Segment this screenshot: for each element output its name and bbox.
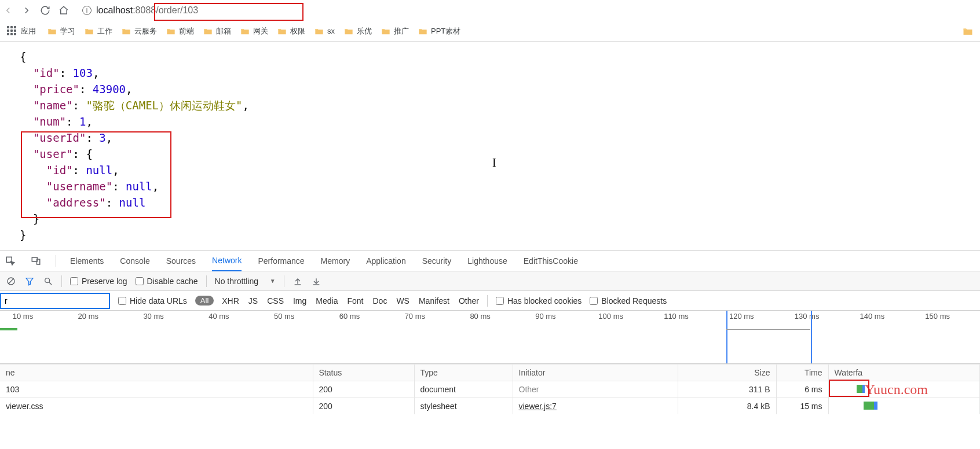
filter-type-media[interactable]: Media <box>316 296 338 306</box>
preserve-log-toggle[interactable]: Preserve log <box>70 277 127 286</box>
tab-console[interactable]: Console <box>120 251 149 271</box>
filter-all[interactable]: All <box>195 296 214 306</box>
cell-time: 6 ms <box>776 381 828 398</box>
filter-type-doc[interactable]: Doc <box>372 296 387 306</box>
bookmark-item-9[interactable]: 推广 <box>376 24 414 39</box>
network-toolbar: Preserve log Disable cache No throttling… <box>0 271 980 291</box>
forward-button[interactable] <box>21 5 32 16</box>
devtools-tabs: ElementsConsoleSourcesNetworkPerformance… <box>0 251 980 271</box>
tab-network[interactable]: Network <box>212 251 242 271</box>
timeline-tick: 140 ms <box>860 312 885 321</box>
folder-icon <box>277 27 287 35</box>
site-info-icon[interactable]: i <box>82 6 92 15</box>
col-status[interactable]: Status <box>313 365 414 381</box>
tab-lighthouse[interactable]: Lighthouse <box>467 251 507 271</box>
bookmark-overflow[interactable] <box>958 24 978 38</box>
bookmark-item-0[interactable]: 学习 <box>43 24 80 39</box>
network-filter-row: Hide data URLs All XHRJSCSSImgMediaFontD… <box>0 291 980 311</box>
tab-elements[interactable]: Elements <box>70 251 104 271</box>
filter-type-font[interactable]: Font <box>347 296 363 306</box>
has-blocked-cookies-toggle[interactable]: Has blocked cookies <box>496 296 582 306</box>
timeline-tick: 10 ms <box>13 312 33 321</box>
folder-icon <box>963 27 973 36</box>
cell-name: 103 <box>0 381 313 398</box>
col-type[interactable]: Type <box>414 365 513 381</box>
bookmark-item-3[interactable]: 前端 <box>162 24 199 39</box>
filter-type-img[interactable]: Img <box>293 296 306 306</box>
page-content: I { "id": 103, "price": 43900, "name": "… <box>0 42 980 250</box>
tab-editthiscookie[interactable]: EditThisCookie <box>524 251 578 271</box>
search-icon[interactable] <box>43 276 53 286</box>
json-output: { "id": 103, "price": 43900, "name": "骆驼… <box>20 49 960 243</box>
home-button[interactable] <box>58 5 70 16</box>
reload-button[interactable] <box>39 5 51 16</box>
cell-size: 311 B <box>678 381 776 398</box>
bookmark-item-10[interactable]: PPT素材 <box>414 24 465 39</box>
device-toolbar-icon[interactable] <box>30 255 42 267</box>
disable-cache-toggle[interactable]: Disable cache <box>136 277 198 286</box>
address-bar[interactable]: i localhost:8088/order/103 <box>76 2 978 19</box>
tab-sources[interactable]: Sources <box>166 251 196 271</box>
cell-initiator[interactable]: Other <box>513 381 678 398</box>
inspect-element-icon[interactable] <box>5 255 16 267</box>
bookmark-item-6[interactable]: 权限 <box>273 24 310 39</box>
col-initiator[interactable]: Initiator <box>513 365 678 381</box>
bookmark-item-7[interactable]: sx <box>310 24 339 39</box>
browser-nav-bar: i localhost:8088/order/103 <box>0 0 980 21</box>
cell-type: document <box>414 381 513 398</box>
timeline-tick: 60 ms <box>339 312 360 321</box>
cell-size: 8.4 kB <box>678 398 776 415</box>
network-timeline[interactable]: 10 ms20 ms30 ms40 ms50 ms60 ms70 ms80 ms… <box>0 311 980 364</box>
bookmark-item-5[interactable]: 网关 <box>236 24 273 39</box>
table-row[interactable]: viewer.css200stylesheetviewer.js:78.4 kB… <box>0 398 980 415</box>
tab-performance[interactable]: Performance <box>258 251 304 271</box>
bookmark-item-8[interactable]: 乐优 <box>339 24 376 39</box>
back-button[interactable] <box>2 5 14 16</box>
bookmark-item-1[interactable]: 工作 <box>80 24 117 39</box>
svg-line-7 <box>49 282 52 285</box>
tab-security[interactable]: Security <box>422 251 452 271</box>
apps-label: 应用 <box>21 26 36 36</box>
svg-marker-5 <box>26 278 33 285</box>
chevron-down-icon: ▼ <box>270 278 276 284</box>
timeline-cursor-end <box>811 311 812 363</box>
filter-type-js[interactable]: JS <box>248 296 258 306</box>
cell-status: 200 <box>313 381 414 398</box>
text-cursor-icon: I <box>492 154 496 171</box>
network-requests-table: ne Status Type Initiator Size Time Water… <box>0 364 980 414</box>
timeline-tick: 20 ms <box>78 312 98 321</box>
col-time[interactable]: Time <box>776 365 828 381</box>
cell-waterfall <box>828 398 980 415</box>
cell-initiator[interactable]: viewer.js:7 <box>513 398 678 415</box>
col-name[interactable]: ne <box>0 365 313 381</box>
bookmark-item-4[interactable]: 邮箱 <box>199 24 236 39</box>
folder-icon <box>344 27 353 35</box>
stop-record-icon[interactable] <box>6 276 16 286</box>
filter-icon[interactable] <box>24 276 35 286</box>
bookmark-item-2[interactable]: 云服务 <box>117 24 162 39</box>
col-waterfall[interactable]: Waterfa <box>828 365 980 381</box>
url-text: localhost:8088/order/103 <box>96 5 198 16</box>
tab-application[interactable]: Application <box>366 251 406 271</box>
download-har-icon[interactable] <box>311 276 321 286</box>
blocked-requests-toggle[interactable]: Blocked Requests <box>590 296 667 306</box>
timeline-tick: 100 ms <box>598 312 623 321</box>
cell-time: 15 ms <box>776 398 828 415</box>
col-size[interactable]: Size <box>678 365 776 381</box>
tab-memory[interactable]: Memory <box>321 251 350 271</box>
filter-type-manifest[interactable]: Manifest <box>419 296 449 306</box>
hide-data-urls-toggle[interactable]: Hide data URLs <box>118 296 187 306</box>
filter-type-other[interactable]: Other <box>459 296 479 306</box>
cell-name: viewer.css <box>0 398 313 415</box>
timeline-tick: 70 ms <box>405 312 425 321</box>
filter-type-css[interactable]: CSS <box>267 296 284 306</box>
apps-shortcut[interactable]: 应用 <box>2 24 41 39</box>
throttling-select[interactable]: No throttling ▼ <box>215 277 276 286</box>
upload-har-icon[interactable] <box>292 276 303 286</box>
table-row[interactable]: 103200documentOther311 B6 ms <box>0 381 980 398</box>
timeline-range-line <box>726 329 810 330</box>
filter-input[interactable] <box>0 293 110 309</box>
filter-type-ws[interactable]: WS <box>396 296 409 306</box>
folder-icon <box>315 27 324 35</box>
filter-type-xhr[interactable]: XHR <box>222 296 239 306</box>
